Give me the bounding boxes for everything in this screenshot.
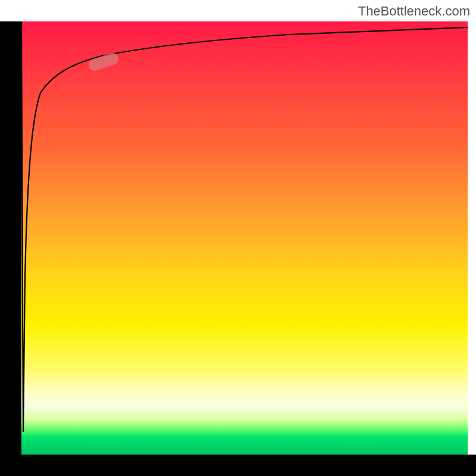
x-axis-bar	[0, 455, 476, 476]
curve-path	[21, 21, 468, 432]
plot-area	[21, 21, 468, 455]
y-axis-bar	[0, 21, 21, 455]
watermark-text: TheBottleneck.com	[358, 4, 470, 19]
highlight-marker	[87, 51, 120, 72]
curve-svg	[21, 21, 468, 455]
bottleneck-chart: TheBottleneck.com	[0, 0, 476, 476]
